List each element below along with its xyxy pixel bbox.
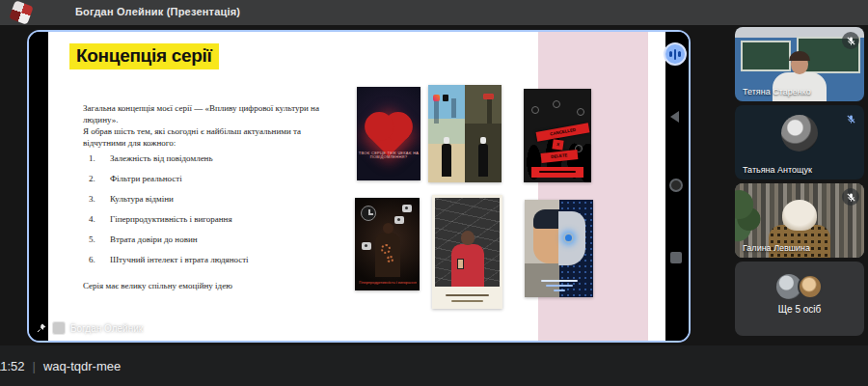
meeting-info: 11:52 | waq-tqdr-mee [0,359,121,373]
divider: | [33,359,36,373]
topic-item: Гіперпродуктивність і вигорання [89,214,339,234]
banner-text-line [539,171,576,173]
topic-item: Залежність від повідомлень [89,153,339,174]
caption-text-line [546,285,573,288]
topic-item: Фільтри реальності [89,174,339,194]
avatar [781,115,818,152]
participant-name: Татьяна Антощук [743,165,812,175]
more-participants-tile[interactable]: Ще 5 осіб [735,262,864,336]
skull-speech-bubble [402,205,412,212]
clock-icon [361,206,376,221]
robot-eye [563,233,574,243]
presentation-slide: Концепція серії Загальна концепція моєї … [48,32,665,341]
masked-figure [478,144,488,177]
clock-time: 11:52 [0,359,25,373]
building-shape [487,98,492,124]
audio-sharing-indicator-icon [664,42,687,66]
chalkboard [741,41,791,71]
meeting-code: waq-tqdr-mee [43,359,121,373]
more-participants-label: Ще 5 осіб [735,304,864,315]
presenter-overlay: Богдан Олейник [36,321,143,335]
device-bezel-left [29,32,48,341]
plant [735,187,762,245]
skull-speech-bubble [362,242,371,250]
slide-paragraph-2: Я обрав шість тем, які сьогодні є найбіл… [83,126,345,149]
gear-icon [387,256,393,262]
poster-reality-filters [428,85,502,182]
reaction-ring-icon [531,106,539,114]
avatar-stack [776,274,823,299]
burnout-figure [375,233,400,277]
android-nav-strip [665,32,689,341]
music-note-icon [443,95,448,101]
participant-tile[interactable]: Татьяна Антощук [735,105,864,179]
gear-icon [381,244,391,254]
reaction-ring-icon [553,100,560,108]
x-stamp: X [552,139,564,150]
presentation-chip-icon [52,321,66,335]
chalkboard-photo [435,198,500,287]
shared-screen-tile[interactable]: Концепція серії Загальна концепція моєї … [27,30,691,343]
participant-tile[interactable]: Галина Левшина [735,183,864,258]
participant-tile[interactable]: Тетяна Старенко [735,27,864,101]
masked-figure [442,144,451,177]
participant-name: Галина Левшина [743,243,810,253]
label-text-line [446,294,489,297]
low-battery-icon [483,94,494,99]
slide-topic-list: Залежність від повідомлень Фільтри реаль… [89,153,339,275]
meet-app: Богдан Олейник (Презентація) Концепція с… [0,0,868,386]
caption-text-line [554,290,565,292]
topic-item: Штучний інтелект і втрата людяності [89,255,339,275]
poster-heart-notifications: ТВОЄ СЕРЦЕ ТЕЖ ЧЕКАЄ НА ПОВІДОМЛЕННЯ? [357,87,420,180]
avatar [798,274,823,299]
android-recents-icon[interactable] [670,252,682,263]
poster-news-distrust [432,195,502,309]
poster-bottom-banner [531,167,583,178]
human-face-half [533,213,559,263]
meet-control-bar: 11:52 | waq-tqdr-mee [0,345,868,386]
mic-muted-icon [842,32,859,49]
mic-muted-icon [842,110,859,127]
slide-closing-text: Серія має велику спільну емоційну ідею [83,281,232,290]
android-home-icon[interactable] [669,179,683,192]
participant-name: Тетяна Старенко [743,87,811,96]
poster-burnout: Гіперпродуктивність і вигорання [355,198,420,290]
topic-item: Втрата довіри до новин [89,234,339,255]
topic-item: Культура відміни [89,194,339,214]
poster-heart-caption: ТВОЄ СЕРЦЕ ТЕЖ ЧЕКАЄ НА ПОВІДОМЛЕННЯ? [357,151,420,159]
building-shape [451,98,456,118]
poster-cancel-culture: CANCELLED X DELETE [524,89,591,182]
slide-title: Концепція серії [69,43,219,69]
poster-ai-humanity [525,200,593,297]
skull-speech-bubble [394,216,404,224]
slide-intro-text: Загальна концепція моєї серії — «Впливу … [83,103,345,149]
phone-in-hand [457,259,464,269]
poster-burnout-caption: Гіперпродуктивність і вигорання [355,280,420,285]
mic-muted-icon [842,188,859,206]
window-title-bar: Богдан Олейник (Презентація) [0,0,868,25]
building-shape [434,98,439,124]
pin-icon[interactable] [36,322,47,334]
android-back-icon[interactable] [670,111,679,123]
presenter-window-title: Богдан Олейник (Презентація) [75,6,240,17]
reaction-ring-icon [577,108,584,116]
presenter-name-label: Богдан Олейник [70,323,143,334]
app-logo-icon [9,0,34,25]
slide-paragraph-1: Загальна концепція моєї серії — «Впливу … [83,103,345,125]
label-text-line [451,300,483,303]
instagram-icon [433,95,440,101]
caption-text-line [541,280,578,283]
